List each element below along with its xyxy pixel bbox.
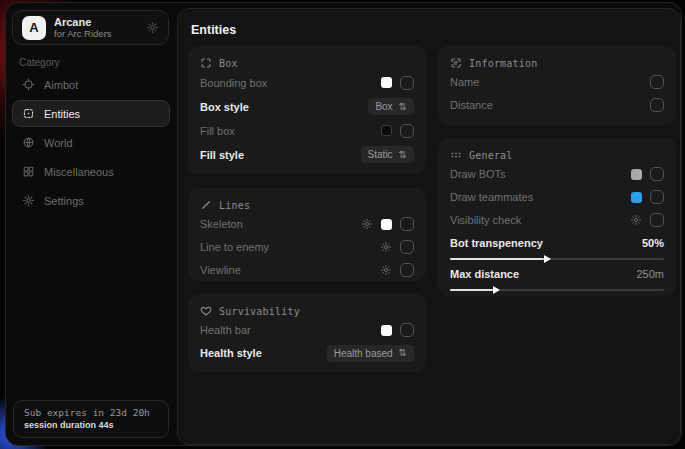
card-box-header: Box [200,56,414,70]
checkbox-visibility-check[interactable] [650,213,664,227]
gear-icon [22,194,35,207]
dropdown-box-style[interactable]: Box ⇅ [368,98,414,115]
slider-bot-transparency[interactable] [450,258,664,260]
sidebar-item-label: Miscellaneous [44,166,114,178]
color-swatch[interactable] [381,219,392,230]
app-subtitle: for Arc Riders [54,29,112,39]
setting-label: Skeleton [200,218,243,230]
brand-text: Arcane for Arc Riders [54,16,112,40]
setting-label: Fill box [200,125,235,137]
sidebar-item-miscellaneous[interactable]: Miscellaneous [12,158,170,185]
setting-label: Bounding box [200,77,267,89]
setting-row-visibility-check: Visibility check [450,209,664,231]
page-title: Entities [191,23,236,37]
sidebar-item-aimbot[interactable]: Aimbot [12,71,170,98]
scan-box-icon [200,57,212,69]
setting-label: Line to enemy [200,241,269,253]
color-swatch[interactable] [381,325,392,336]
config-gear-icon[interactable] [380,264,392,276]
subscription-card: Sub expires in 23d 20h session duration … [13,400,169,438]
card-information: Information Name Distance [438,46,676,125]
setting-row-name: Name [450,71,664,93]
checkbox-skeleton[interactable] [400,217,414,231]
category-label: Category [19,57,60,68]
dropdown-fill-style[interactable]: Static ⇅ [361,146,414,163]
entities-icon [22,107,35,120]
scan-text-icon [450,57,462,69]
slider-row-bot-transparency: Bot transpenency 50% [450,233,664,253]
app-logo: A [22,16,46,40]
setting-row-draw-teammates: Draw teammates [450,186,664,208]
setting-label: Draw BOTs [450,168,506,180]
setting-row-draw-bots: Draw BOTs [450,163,664,185]
card-lines: Lines Skeleton Line to enemy [188,188,426,281]
checkbox-draw-bots[interactable] [650,167,664,181]
setting-row-line-to-enemy: Line to enemy [200,236,414,258]
setting-row-distance: Distance [450,94,664,116]
app-name: Arcane [54,16,112,28]
slider-row-max-distance: Max distance 250m [450,264,664,284]
card-general-header: General [450,148,664,162]
checkbox-viewline[interactable] [400,263,414,277]
checkbox-draw-teammates[interactable] [650,190,664,204]
card-title: Lines [219,200,250,211]
slider-fill[interactable] [450,289,493,291]
main-panel: Entities Box Bounding box Box style [177,8,681,445]
slider-fill[interactable] [450,258,544,260]
sidebar-item-label: Entities [44,108,80,120]
card-title: Survivability [219,306,300,317]
checkbox-distance[interactable] [650,98,664,112]
sort-arrows-icon: ⇅ [399,102,407,112]
setting-row-bounding-box: Bounding box [200,71,414,94]
checkbox-bounding-box[interactable] [400,76,414,90]
color-swatch[interactable] [631,169,642,180]
sort-arrows-icon: ⇅ [399,150,407,160]
subscription-expiry: Sub expires in 23d 20h [24,407,158,418]
dropdown-value: Static [368,149,393,160]
checkbox-fill-box[interactable] [400,124,414,138]
setting-row-viewline: Viewline [200,259,414,281]
app-window: A Arcane for Arc Riders Category [5,2,682,446]
slider-value: 50% [642,237,664,249]
sidebar-item-label: Aimbot [44,79,78,91]
dropdown-value: Box [375,101,392,112]
sidebar: A Arcane for Arc Riders Category [6,3,176,445]
checkbox-name[interactable] [650,75,664,89]
color-swatch[interactable] [381,77,392,88]
checkbox-line-to-enemy[interactable] [400,240,414,254]
sidebar-item-label: Settings [44,195,84,207]
diagonal-line-icon [200,199,212,211]
sidebar-item-world[interactable]: World [12,129,170,156]
config-gear-icon[interactable] [380,241,392,253]
session-duration: session duration 44s [24,420,158,430]
setting-label: Box style [200,101,249,113]
settings-gear-icon[interactable] [146,21,159,34]
setting-row-skeleton: Skeleton [200,213,414,235]
setting-label: Distance [450,99,493,111]
dropdown-value: Health based [334,348,393,359]
heart-icon [200,305,212,317]
setting-row-health-style: Health style Health based ⇅ [200,342,414,364]
setting-label: Draw teammates [450,191,533,203]
card-lines-header: Lines [200,198,414,212]
dropdown-health-style[interactable]: Health based ⇅ [327,345,414,362]
config-gear-icon[interactable] [361,218,373,230]
grid-icon [22,165,35,178]
config-gear-icon[interactable] [630,214,642,226]
card-title: Information [469,58,537,69]
card-box: Box Bounding box Box style Box ⇅ [188,46,426,174]
color-swatch[interactable] [381,125,392,136]
slider-max-distance[interactable] [450,289,664,291]
sidebar-item-settings[interactable]: Settings [12,187,170,214]
setting-label: Name [450,76,479,88]
color-swatch[interactable] [631,192,642,203]
brand-card: A Arcane for Arc Riders [12,10,169,45]
crosshair-icon [22,78,35,91]
setting-label: Health bar [200,324,251,336]
card-title: Box [219,58,238,69]
slider-label: Max distance [450,268,519,280]
checkbox-health-bar[interactable] [400,323,414,337]
slider-value: 250m [636,268,664,280]
setting-row-fill-style: Fill style Static ⇅ [200,143,414,166]
sidebar-item-entities[interactable]: Entities [12,100,170,127]
